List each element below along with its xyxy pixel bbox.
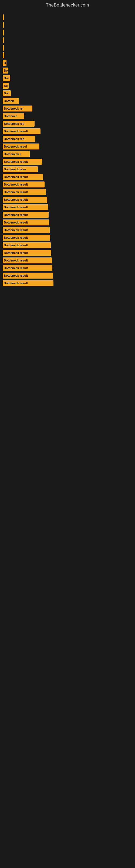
bar-row: Bottleneck result [3, 204, 132, 210]
bar [3, 45, 4, 51]
bar-row: Bottleneck result [3, 189, 132, 195]
bar-label: Bottlen [4, 99, 14, 102]
bar-row: Bottlen [3, 98, 132, 104]
bar: Bottleneck result [3, 219, 49, 225]
bar-row: Bottleneck result [3, 227, 132, 233]
bar-row: B [3, 60, 132, 66]
bar-row [3, 30, 132, 35]
bar-label: Bottlenec [4, 115, 17, 118]
bar-label: Bo [4, 84, 8, 87]
bar: Bottleneck result [3, 159, 42, 165]
bar: Bottleneck result [3, 174, 43, 180]
bar: Bottleneck resul [3, 144, 39, 150]
bar: Bottlen [3, 98, 19, 104]
bar: B [3, 60, 6, 66]
bar-label: Bottleneck result [4, 206, 28, 209]
bar-row: Bottleneck result [3, 235, 132, 241]
bar-label: Bottleneck result [4, 244, 28, 247]
bar-row [3, 22, 132, 28]
bar [3, 52, 4, 58]
bar: Bot [3, 90, 11, 96]
bar [3, 37, 4, 43]
bar: Bottleneck result [3, 250, 51, 256]
bar-label: B [4, 61, 6, 65]
bar-row: Bottleneck resul [3, 144, 132, 150]
bar-row: Bottleneck result [3, 265, 132, 271]
bar: Bottleneck result [3, 265, 52, 271]
bar-label: Bottleneck result [4, 259, 28, 262]
bar-label: Bottleneck result [4, 130, 28, 133]
bar-label: Bottleneck result [4, 228, 28, 231]
bars-container: BBoBotBoBotBottlenBottleneck reBottlenec… [0, 9, 135, 290]
bar-label: Bottleneck r [4, 152, 21, 156]
bar [3, 14, 4, 20]
bar-label: Bottleneck result [4, 183, 28, 186]
bar-label: Bottleneck resu [4, 167, 26, 171]
bar: Bottleneck result [3, 227, 50, 233]
bar-label: Bottleneck result [4, 221, 28, 224]
bar-row: Bottleneck res [3, 121, 132, 127]
bar-label: Bottleneck result [4, 267, 28, 270]
bar-label: Bottleneck result [4, 282, 28, 285]
bar-row: Bottleneck r [3, 151, 132, 157]
bar-label: Bottleneck result [4, 251, 28, 254]
bar-row: Bottleneck result [3, 128, 132, 134]
bar-row: Bottleneck re [3, 105, 132, 112]
bar: Bottleneck result [3, 128, 41, 134]
bar-row: Bottleneck result [3, 242, 132, 248]
bar-row: Bottleneck result [3, 280, 132, 286]
bar-label: Bot [4, 76, 9, 80]
bar-row: Bottleneck resu [3, 166, 132, 172]
bar-row: Bo [3, 83, 132, 89]
bar-row: Bot [3, 90, 132, 96]
bar-row [3, 37, 132, 43]
bar-label: Bottleneck result [4, 160, 28, 163]
bar-row [3, 52, 132, 58]
site-title: TheBottlenecker.com [0, 0, 135, 9]
bar: Bottleneck res [3, 136, 35, 142]
bar: Bottleneck result [3, 280, 53, 286]
bar-row: Bot [3, 75, 132, 81]
bar-row: Bottleneck result [3, 219, 132, 225]
bar-label: Bottleneck re [4, 107, 23, 110]
bar: Bo [3, 67, 8, 73]
bar: Bottleneck result [3, 273, 53, 279]
bar-label: Bottleneck result [4, 236, 28, 239]
bar: Bottleneck result [3, 212, 49, 218]
bar: Bot [3, 75, 10, 81]
bar: Bottleneck result [3, 235, 50, 241]
bar: Bottleneck r [3, 151, 30, 157]
bar: Bottleneck result [3, 242, 51, 248]
bar: Bottleneck result [3, 204, 48, 210]
bar: Bottleneck result [3, 189, 46, 195]
bar: Bo [3, 83, 9, 89]
bar [3, 30, 4, 35]
bar: Bottleneck re [3, 105, 32, 112]
bar: Bottleneck result [3, 257, 52, 264]
bar-label: Bottleneck result [4, 190, 28, 194]
bar-label: Bot [4, 92, 9, 95]
bar-row: Bo [3, 67, 132, 73]
bar: Bottleneck result [3, 197, 47, 203]
bar-label: Bottleneck result [4, 274, 28, 277]
bar-label: Bottleneck resul [4, 145, 27, 148]
bar-row: Bottleneck result [3, 197, 132, 203]
bar: Bottleneck result [3, 182, 45, 187]
bar-row: Bottleneck result [3, 250, 132, 256]
bar-row [3, 45, 132, 51]
bar-row [3, 14, 132, 20]
bar-label: Bo [4, 69, 8, 72]
bar-row: Bottleneck result [3, 212, 132, 218]
bar-row: Bottleneck result [3, 182, 132, 187]
bar-row: Bottlenec [3, 113, 132, 119]
bar-row: Bottleneck res [3, 136, 132, 142]
bar-row: Bottleneck result [3, 159, 132, 165]
bar-row: Bottleneck result [3, 273, 132, 279]
bar: Bottleneck res [3, 121, 35, 127]
bar-label: Bottleneck result [4, 198, 28, 201]
bar: Bottlenec [3, 113, 24, 119]
bar-label: Bottleneck result [4, 213, 28, 216]
bar-label: Bottleneck result [4, 175, 28, 179]
bar-label: Bottleneck res [4, 137, 24, 141]
bar-row: Bottleneck result [3, 174, 132, 180]
